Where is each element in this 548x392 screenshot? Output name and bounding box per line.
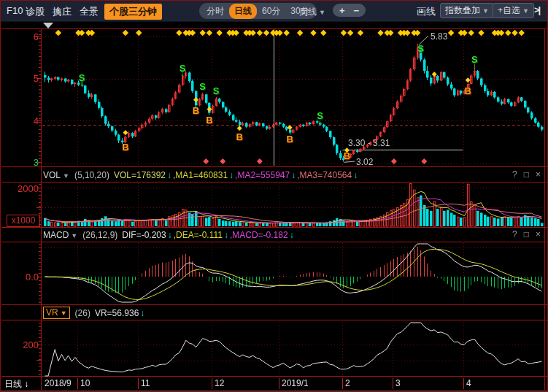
menu-panorama[interactable]: 全景 (80, 5, 99, 18)
sell-arrow-icon: ↓ (180, 69, 185, 77)
sell-arrow-icon: ↓ (318, 117, 323, 125)
period-more-dropdown[interactable]: 周线▼ (299, 6, 325, 18)
y-axis-label: 5 (2, 73, 39, 84)
add-watchlist-button[interactable]: +自选▼ (493, 3, 534, 18)
y-axis-label: 4 (2, 115, 39, 126)
macd-scale-label: 0.0 (2, 272, 39, 283)
chart-canvas[interactable] (1, 1, 548, 392)
tab-intraday[interactable]: 分时 (201, 4, 229, 19)
index-overlay-button[interactable]: 指数叠加▼ (440, 3, 494, 18)
vol-pane-header: VOL▼ (5,10,20) VOL=176392↓,MA1=460831↓,M… (43, 168, 359, 182)
vr-params: (26) (75, 308, 90, 318)
down-arrow-icon: ↓ (167, 170, 171, 180)
chevron-down-icon: ▼ (522, 7, 529, 15)
chevron-down-icon: ▼ (71, 232, 77, 239)
down-arrow-icon: ↓ (290, 230, 294, 240)
help-icon[interactable]: ? (512, 229, 517, 239)
vol-params: (5,10,20) (74, 170, 109, 180)
y-axis-label: 3 (2, 157, 39, 168)
down-arrow-icon: ↓ (353, 170, 358, 180)
x-axis-tick-label: 4 (466, 378, 471, 388)
sell-arrow-icon: ↓ (473, 62, 477, 70)
macd-indicator-dropdown[interactable]: MACD▼ (43, 230, 77, 240)
macd-value: DIF=-0.203 (122, 230, 166, 240)
price-label-low: 3.02 (356, 157, 373, 167)
zoom-in-button[interactable]: + (339, 5, 345, 16)
collapse-panel-icon[interactable]: >| (534, 4, 539, 15)
vol-value: ,MA1=460831 (173, 170, 228, 180)
macd-pane-header: MACD▼ (26,12,9) DIF=-0.203↓,DEA=-0.111↓,… (43, 228, 296, 242)
menu-diagnose[interactable]: 诊股 (26, 5, 45, 18)
buy-signal-marker: B (206, 115, 212, 124)
x-axis-tick-label: 10 (80, 378, 90, 388)
buy-signal-marker: B (344, 151, 350, 161)
data-edge-marker-icon (43, 23, 53, 28)
zoom-out-button[interactable]: − (354, 5, 360, 16)
x-axis-tick-label: 3 (395, 378, 401, 388)
down-arrow-icon: ↓ (24, 379, 28, 389)
y-axis-label: 6 (2, 31, 39, 42)
down-arrow-icon: ↓ (224, 230, 228, 240)
buy-diamond-icon: ◆ (193, 96, 198, 103)
menu-qinzhuang[interactable]: 擒庄 (53, 5, 72, 18)
buy-diamond-icon: ◆ (207, 105, 212, 112)
macd-pane-buttons: ? □ × (512, 229, 541, 239)
tab-60min[interactable]: 60分 (257, 4, 285, 19)
vr-indicator-dropdown[interactable]: VR▼ (43, 307, 70, 319)
stock-terminal-window: F10 诊股 擒庄 全景 个股三分钟 分时 日线 60分 30分 周线▼ + −… (0, 0, 548, 392)
maximize-icon[interactable]: □ (524, 229, 529, 239)
vr-value: VR=56.936 (95, 308, 139, 318)
macd-params: (26,12,9) (82, 230, 117, 240)
vol-unit-box: x1000 (7, 215, 40, 227)
tab-daily[interactable]: 日线 (229, 4, 257, 19)
buy-diamond-icon: ◆ (466, 76, 471, 82)
buy-signal-marker: B (193, 106, 199, 115)
maximize-icon[interactable]: □ (524, 169, 529, 180)
vol-indicator-dropdown[interactable]: VOL▼ (43, 170, 69, 180)
sell-signal-marker: S (199, 81, 206, 91)
chevron-down-icon: ▼ (63, 172, 69, 180)
buy-signal-marker: B (236, 131, 243, 141)
down-arrow-icon: ↓ (168, 230, 172, 240)
buy-signal-marker: B (122, 142, 128, 151)
x-axis-tick-label: 12 (215, 378, 224, 388)
buy-signal-marker: B (287, 134, 293, 144)
sell-signal-marker: S (417, 44, 424, 53)
help-icon[interactable]: ? (512, 169, 517, 180)
chevron-down-icon: ▼ (319, 9, 325, 16)
vol-value: VOL=176392 (114, 170, 166, 180)
down-arrow-icon: ↓ (291, 170, 296, 180)
close-icon[interactable]: × (536, 229, 541, 239)
stock-3min-button[interactable]: 个股三分钟 (104, 4, 162, 20)
vr-pane-header: VR▼ (26) VR=56.936↓ (43, 306, 146, 320)
x-axis-tick-label: 2019/1 (282, 378, 309, 388)
zoom-buttons: + − (333, 4, 366, 17)
buy-diamond-icon: ◆ (123, 129, 128, 136)
buy-signal-marker: B (464, 85, 471, 95)
vol-pane-buttons: ? □ × (512, 169, 541, 180)
sell-arrow-icon: ↓ (80, 79, 84, 87)
close-icon[interactable]: × (536, 169, 541, 180)
vol-scale-label: 2000 (2, 183, 39, 194)
chevron-down-icon: ▼ (61, 310, 67, 317)
chevron-down-icon: ▼ (482, 7, 489, 15)
buy-diamond-icon: ◆ (287, 124, 293, 131)
draw-line-button[interactable]: 画线 (417, 5, 436, 18)
toolbar: F10 诊股 擒庄 全景 个股三分钟 分时 日线 60分 30分 周线▼ + −… (1, 1, 547, 22)
vol-value: ,MA3=740564 (297, 170, 352, 180)
menu-f10[interactable]: F10 (7, 5, 23, 16)
x-axis-tick-label: 2018/9 (45, 378, 72, 388)
macd-value: ,DEA=-0.111 (174, 230, 223, 240)
sell-signal-marker: S (213, 85, 220, 95)
down-arrow-icon: ↓ (229, 170, 234, 180)
price-label-range: 3.30 - 3.31 (348, 138, 390, 148)
down-arrow-icon: ↓ (140, 308, 144, 318)
vol-value: ,MA2=555947 (235, 170, 290, 180)
price-label-high: 5.83 (431, 31, 447, 42)
x-axis-period[interactable]: 日线 ↓ (4, 378, 28, 391)
x-axis-tick-label: 11 (141, 378, 150, 388)
x-axis-tick-label: 2 (345, 378, 350, 388)
vr-scale-label: 200 (2, 339, 39, 350)
buy-diamond-icon: ◆ (432, 70, 437, 77)
macd-value: ,MACD=-0.182 (230, 230, 288, 240)
